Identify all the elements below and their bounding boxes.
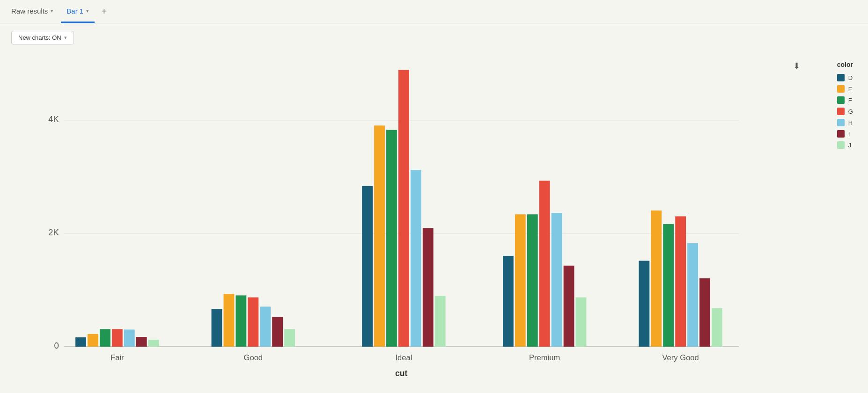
chart-svg-wrapper: 4K 2K 0 (35, 54, 763, 386)
bar-fair-H (124, 329, 135, 347)
svg-text:Good: Good (244, 353, 263, 362)
new-charts-label: New charts: ON (18, 34, 61, 41)
svg-text:Ideal: Ideal (395, 353, 412, 362)
bar-ideal-D (362, 186, 373, 347)
bar-verygood-F (663, 224, 674, 347)
bar-ideal-H (411, 170, 421, 347)
bar-premium-I (564, 266, 574, 347)
bar-premium-H (552, 213, 562, 347)
bar-good-F (235, 295, 246, 347)
bar-ideal-J (435, 296, 446, 346)
bar-good-G (248, 298, 258, 347)
bar-premium-D (503, 256, 514, 347)
bar-verygood-H (687, 243, 698, 347)
bar-ideal-I (423, 228, 434, 346)
chart-container: New charts: ON ▾ ⬇ color D E F G H I (0, 23, 868, 393)
bar-fair-G (112, 329, 123, 347)
tab-raw-results-chevron[interactable]: ▾ (51, 8, 53, 14)
svg-text:0: 0 (54, 341, 59, 350)
bar-good-I (272, 317, 283, 347)
tab-bar1[interactable]: Bar 1 ▾ (61, 0, 95, 23)
bar-fair-D (75, 337, 86, 347)
svg-text:2K: 2K (48, 227, 59, 237)
bar-premium-E (515, 214, 526, 347)
bar-good-J (284, 329, 295, 347)
bar-ideal-F (386, 130, 397, 347)
bar-good-D (212, 309, 222, 347)
tab-bar1-label: Bar 1 (66, 7, 83, 15)
add-tab-button[interactable]: + (96, 4, 111, 19)
bar-verygood-E (651, 211, 662, 347)
svg-text:Very Good: Very Good (662, 353, 699, 362)
bar-ideal-G (398, 70, 409, 346)
bar-verygood-D (639, 261, 649, 347)
tab-raw-results[interactable]: Raw results ▾ (6, 0, 59, 23)
bar-fair-J (148, 340, 159, 347)
bar-good-H (260, 306, 271, 347)
bar-verygood-I (699, 278, 710, 347)
chart-area: COUNT(price) 4K 2K 0 (11, 54, 857, 386)
tab-bar: Raw results ▾ Bar 1 ▾ + (0, 0, 868, 23)
svg-text:Premium: Premium (529, 353, 560, 362)
tab-bar1-chevron[interactable]: ▾ (86, 8, 89, 14)
bar-premium-J (576, 298, 587, 347)
svg-text:4K: 4K (48, 114, 59, 124)
bar-verygood-J (712, 308, 722, 347)
bar-chart: 4K 2K 0 (35, 54, 763, 386)
bar-fair-E (88, 334, 98, 347)
toolbar: New charts: ON ▾ (11, 31, 857, 44)
tab-raw-results-label: Raw results (11, 7, 48, 15)
new-charts-toggle[interactable]: New charts: ON ▾ (11, 31, 74, 44)
new-charts-chevron: ▾ (64, 35, 67, 41)
bar-fair-F (100, 329, 110, 347)
bar-good-E (224, 294, 235, 347)
bar-ideal-E (374, 125, 385, 347)
bar-verygood-G (675, 216, 686, 347)
bar-premium-F (527, 214, 538, 347)
svg-text:cut: cut (395, 368, 408, 378)
bar-premium-G (539, 181, 550, 347)
bar-fair-I (136, 337, 147, 347)
svg-text:Fair: Fair (110, 353, 124, 362)
